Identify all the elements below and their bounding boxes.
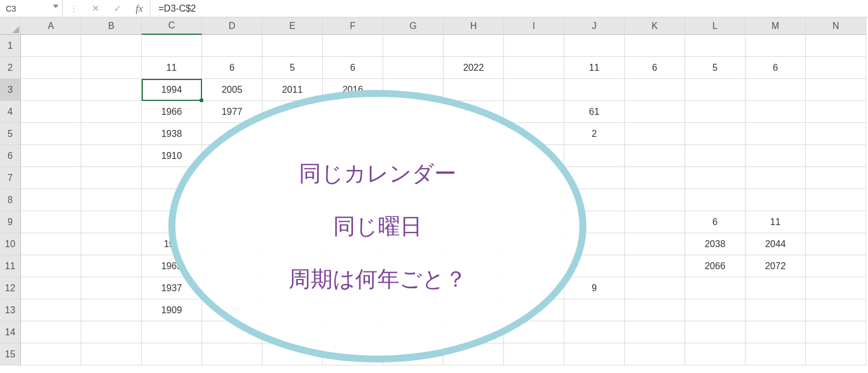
cell-N15[interactable] [806,343,866,365]
column-header-K[interactable]: K [625,17,685,35]
cell-L10[interactable]: 2038 [685,233,745,255]
cell-N13[interactable] [806,299,866,321]
cell-N4[interactable] [806,101,866,123]
cell-B10[interactable] [81,233,142,255]
cell-J1[interactable] [564,35,625,57]
cell-M11[interactable]: 2072 [745,255,806,277]
cell-G2[interactable] [383,57,444,79]
cell-L11[interactable]: 2066 [685,255,745,277]
column-header-G[interactable]: G [383,17,444,35]
cell-N9[interactable] [806,211,866,233]
cell-L14[interactable] [685,321,745,343]
row-header-9[interactable]: 9 [0,211,21,233]
cell-C15[interactable] [142,343,202,365]
cell-E2[interactable]: 5 [262,57,323,79]
column-header-D[interactable]: D [202,17,262,35]
cell-J6[interactable] [564,145,625,167]
cell-N5[interactable] [806,123,866,145]
cell-N3[interactable] [806,79,866,101]
cell-B6[interactable] [81,145,142,167]
expand-icon[interactable]: ⋮ [67,4,79,13]
cell-M4[interactable] [745,101,806,123]
cell-L12[interactable] [685,277,745,299]
cell-I2[interactable] [504,57,564,79]
cell-B2[interactable] [81,57,142,79]
column-header-C[interactable]: C [142,17,202,35]
cell-C3[interactable]: 1994 [142,79,202,101]
cell-A3[interactable] [21,79,81,101]
cell-A8[interactable] [21,189,81,211]
cell-D2[interactable]: 6 [202,57,262,79]
cell-M13[interactable] [745,299,806,321]
row-header-12[interactable]: 12 [0,277,21,299]
cell-M14[interactable] [745,321,806,343]
cell-A14[interactable] [21,321,81,343]
cell-L9[interactable]: 6 [685,211,745,233]
cell-K5[interactable] [625,123,685,145]
cell-K10[interactable] [625,233,685,255]
column-header-H[interactable]: H [444,17,504,35]
cell-B15[interactable] [81,343,142,365]
cell-K15[interactable] [625,343,685,365]
row-header-6[interactable]: 6 [0,145,21,167]
cell-F2[interactable]: 6 [323,57,383,79]
cell-L5[interactable] [685,123,745,145]
cell-J3[interactable] [564,79,625,101]
cell-J2[interactable]: 11 [564,57,625,79]
cell-N8[interactable] [806,189,866,211]
cell-A6[interactable] [21,145,81,167]
cancel-icon[interactable]: ✕ [89,3,101,14]
cell-N12[interactable] [806,277,866,299]
cell-A12[interactable] [21,277,81,299]
cell-F1[interactable] [323,35,383,57]
cell-N14[interactable] [806,321,866,343]
cell-L4[interactable] [685,101,745,123]
row-header-7[interactable]: 7 [0,167,21,189]
cell-A4[interactable] [21,101,81,123]
cell-L7[interactable] [685,167,745,189]
row-header-15[interactable]: 15 [0,343,21,365]
cell-C14[interactable] [142,321,202,343]
cell-J14[interactable] [564,321,625,343]
name-box-dropdown-icon[interactable] [53,5,59,8]
formula-input[interactable]: =D3-C$2 [150,0,868,17]
cell-N7[interactable] [806,167,866,189]
cell-N6[interactable] [806,145,866,167]
cell-B4[interactable] [81,101,142,123]
cell-M10[interactable]: 2044 [745,233,806,255]
cell-L6[interactable] [685,145,745,167]
cell-K2[interactable]: 6 [625,57,685,79]
fx-icon[interactable]: fx [134,3,145,15]
cell-B12[interactable] [81,277,142,299]
cell-L13[interactable] [685,299,745,321]
cell-K6[interactable] [625,145,685,167]
row-header-11[interactable]: 11 [0,255,21,277]
cell-A5[interactable] [21,123,81,145]
column-header-I[interactable]: I [504,17,564,35]
cell-M8[interactable] [745,189,806,211]
cell-K11[interactable] [625,255,685,277]
cell-K13[interactable] [625,299,685,321]
cell-G1[interactable] [383,35,444,57]
cell-B3[interactable] [81,79,142,101]
cell-E1[interactable] [262,35,323,57]
cell-A13[interactable] [21,299,81,321]
cell-B7[interactable] [81,167,142,189]
column-header-B[interactable]: B [81,17,142,35]
column-header-J[interactable]: J [564,17,625,35]
name-box[interactable]: C3 [0,0,63,17]
cell-A15[interactable] [21,343,81,365]
cell-K7[interactable] [625,167,685,189]
cell-L1[interactable] [685,35,745,57]
cell-B5[interactable] [81,123,142,145]
column-header-F[interactable]: F [323,17,383,35]
row-header-14[interactable]: 14 [0,321,21,343]
cell-D3[interactable]: 2005 [202,79,262,101]
row-header-4[interactable]: 4 [0,101,21,123]
cell-B13[interactable] [81,299,142,321]
cell-K12[interactable] [625,277,685,299]
cell-M1[interactable] [745,35,806,57]
cell-K9[interactable] [625,211,685,233]
cell-A7[interactable] [21,167,81,189]
cell-I4[interactable] [504,101,564,123]
